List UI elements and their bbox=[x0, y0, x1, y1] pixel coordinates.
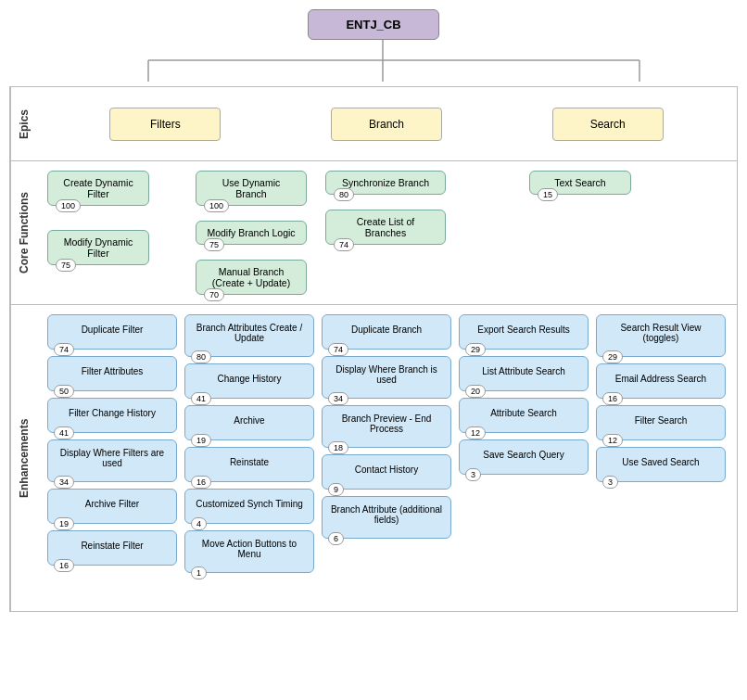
core-col-filters: Create Dynamic Filter 100 Modify Dynamic… bbox=[47, 171, 149, 265]
diagram: ENTJ_CB Epics Filters Branch Search Core… bbox=[0, 0, 747, 700]
enh-filter-change-history: Filter Change History 41 bbox=[47, 398, 177, 433]
core-synchronize-branch: Synchronize Branch 80 bbox=[325, 171, 446, 195]
enh-col-search2: Search Result View (toggles) 29 Email Ad… bbox=[596, 314, 726, 482]
enh-col-filters: Duplicate Filter 74 Filter Attributes 50… bbox=[47, 314, 177, 566]
root-connectors bbox=[9, 40, 747, 86]
enh-col-branch1: Branch Attributes Create / Update 80 Cha… bbox=[184, 314, 314, 573]
core-use-dynamic-branch: Use Dynamic Branch 100 bbox=[196, 171, 307, 206]
enh-branch-preview: Branch Preview - End Process 18 bbox=[322, 405, 451, 448]
core-label: Core Functions bbox=[10, 161, 36, 304]
enh-content: Duplicate Filter 74 Filter Attributes 50… bbox=[36, 305, 737, 611]
enh-reinstate: Reinstate 16 bbox=[184, 447, 314, 482]
sections: Epics Filters Branch Search Core Functio… bbox=[9, 86, 738, 612]
enh-change-history: Change History 41 bbox=[184, 363, 314, 399]
enh-display-where-filters: Display Where Filters are used 34 bbox=[47, 439, 177, 482]
core-create-list-branches: Create List of Branches 74 bbox=[325, 210, 446, 245]
core-text-search: Text Search 15 bbox=[529, 171, 631, 195]
core-modify-branch-logic: Modify Branch Logic 75 bbox=[196, 221, 307, 245]
epic-filters: Filters bbox=[109, 108, 221, 141]
enh-reinstate-filter: Reinstate Filter 16 bbox=[47, 530, 177, 566]
enh-attr-search: Attribute Search 12 bbox=[459, 398, 589, 433]
enh-archive-filter: Archive Filter 19 bbox=[47, 489, 177, 524]
enh-duplicate-branch: Duplicate Branch 74 bbox=[322, 314, 451, 350]
enh-customized-synch: Customized Synch Timing 4 bbox=[184, 489, 314, 524]
epic-search: Search bbox=[552, 108, 664, 141]
enh-col-search1: Export Search Results 29 List Attribute … bbox=[459, 314, 589, 475]
core-col-sync: Synchronize Branch 80 Create List of Bra… bbox=[325, 171, 446, 245]
enh-branch-attrs: Branch Attributes Create / Update 80 bbox=[184, 314, 314, 357]
core-manual-branch: Manual Branch(Create + Update) 70 bbox=[196, 260, 307, 295]
root-node: ENTJ_CB bbox=[9, 9, 738, 40]
epics-section: Epics Filters Branch Search bbox=[10, 87, 737, 161]
enh-contact-history: Contact History 9 bbox=[322, 454, 451, 490]
enh-export-search: Export Search Results 29 bbox=[459, 314, 589, 350]
core-col-search: Text Search 15 bbox=[529, 171, 631, 195]
enh-filter-search: Filter Search 12 bbox=[596, 405, 726, 440]
epics-label: Epics bbox=[10, 87, 36, 160]
enh-save-search-query: Save Search Query 3 bbox=[459, 439, 589, 475]
core-content: Create Dynamic Filter 100 Modify Dynamic… bbox=[36, 161, 737, 304]
enh-label: Enhancements bbox=[10, 305, 36, 611]
enh-archive: Archive 19 bbox=[184, 405, 314, 440]
enh-filter-attributes: Filter Attributes 50 bbox=[47, 356, 177, 391]
epic-branch: Branch bbox=[331, 108, 442, 141]
enh-email-address-search: Email Address Search 16 bbox=[596, 363, 726, 399]
enh-duplicate-filter: Duplicate Filter 74 bbox=[47, 314, 177, 350]
enh-move-action-buttons: Move Action Buttons to Menu 1 bbox=[184, 530, 314, 573]
epics-content: Filters Branch Search bbox=[36, 87, 737, 160]
enh-branch-attribute-fields: Branch Attribute (additional fields) 6 bbox=[322, 496, 451, 539]
core-modify-dynamic-filter: Modify Dynamic Filter 75 bbox=[47, 230, 149, 265]
core-section: Core Functions Create Dynamic Filter 100… bbox=[10, 161, 737, 305]
enh-use-saved-search: Use Saved Search 3 bbox=[596, 447, 726, 482]
enh-display-where-branch: Display Where Branch is used 34 bbox=[322, 356, 451, 399]
core-create-dynamic-filter: Create Dynamic Filter 100 bbox=[47, 171, 149, 206]
enh-col-branch2: Duplicate Branch 74 Display Where Branch… bbox=[322, 314, 451, 539]
enh-list-attr-search: List Attribute Search 20 bbox=[459, 356, 589, 391]
core-col-branch: Use Dynamic Branch 100 Modify Branch Log… bbox=[196, 171, 307, 295]
enh-search-result-view: Search Result View (toggles) 29 bbox=[596, 314, 726, 357]
enh-section: Enhancements Duplicate Filter 74 Filter … bbox=[10, 305, 737, 611]
root-box: ENTJ_CB bbox=[308, 9, 438, 40]
